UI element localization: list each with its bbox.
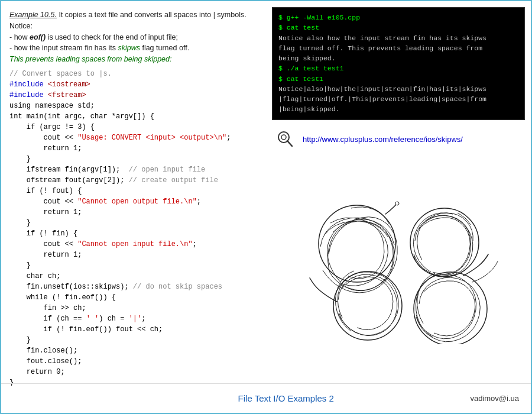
code-line: if (! fout) {	[9, 186, 260, 196]
reference-link[interactable]: http://www.cplusplus.com/reference/ios/s…	[303, 135, 463, 144]
right-panel: $ g++ -Wall e105.cpp $ cat test Notice a…	[266, 1, 531, 386]
footer-title: File Text I/O Examples 2	[102, 393, 470, 403]
line2: - how the input stream fin has its skipw…	[9, 44, 189, 52]
example-label: Example 10.5.	[9, 11, 57, 19]
code-line: fin.close();	[9, 345, 260, 356]
code-line: }	[9, 154, 260, 164]
left-panel: Example 10.5. It copies a text file and …	[1, 1, 266, 386]
line3: This prevents leading spaces from being …	[9, 55, 171, 63]
code-line: if (! fin.eof()) fout << ch;	[9, 324, 260, 335]
code-line: #include <fstream>	[9, 90, 260, 101]
code-line: int main(int argc, char *argv[]) {	[9, 111, 260, 122]
code-line: return 1;	[9, 207, 260, 218]
code-line: cout << "Cannot open input file.\n";	[9, 239, 260, 250]
terminal-line: $ cat test	[278, 22, 518, 33]
code-line: cout << "Usage: CONVERT <input> <output>…	[9, 132, 260, 143]
terminal-line: |flag|turned|off.|This|prevents|leading|…	[278, 94, 518, 104]
yarn-image-area	[272, 156, 525, 380]
code-line: cout << "Cannot open output file.\n";	[9, 196, 260, 207]
svg-line-2	[287, 141, 292, 146]
terminal-line: |being|skipped.	[278, 104, 518, 114]
code-line: return 1;	[9, 250, 260, 260]
code-line: if (ch == ' ') ch = '|';	[9, 313, 260, 324]
code-line: if (! fin) {	[9, 228, 260, 239]
svg-point-1	[281, 135, 286, 140]
footer: File Text I/O Examples 2 vadimov@i.ua	[1, 383, 531, 413]
code-block: // Convert spaces to |s. #include <iostr…	[9, 69, 260, 386]
code-line: return 1;	[9, 143, 260, 154]
code-line: ofstream fout(argv[2]); // create output…	[9, 175, 260, 186]
code-line: return 0;	[9, 367, 260, 377]
code-line: fin.unsetf(ios::skipws); // do not skip …	[9, 282, 260, 292]
line1: - how eof() is used to check for the end…	[9, 33, 178, 41]
code-line: if (argc != 3) {	[9, 122, 260, 132]
terminal-line: $ g++ -Wall e105.cpp	[278, 12, 518, 22]
code-line: while (! fin.eof()) {	[9, 292, 260, 303]
terminal-line: Notice|also|how|the|input|stream|fin|has…	[278, 84, 518, 94]
code-line: fout.close();	[9, 356, 260, 367]
code-line: char ch;	[9, 271, 260, 282]
yarn-ball-bottom-right	[414, 254, 498, 344]
link-row: http://www.cplusplus.com/reference/ios/s…	[272, 128, 525, 151]
terminal-line: $ ./a test test1	[278, 63, 518, 73]
yarn-ball-top-right	[410, 208, 479, 277]
code-line: using namespace std;	[9, 101, 260, 111]
code-line: fin >> ch;	[9, 303, 260, 313]
svg-point-5	[410, 208, 479, 277]
code-line: #include <iostream>	[9, 79, 260, 90]
yarn-ball-top-left	[319, 202, 399, 293]
code-line: }	[9, 260, 260, 271]
description: Example 10.5. It copies a text file and …	[9, 9, 260, 65]
terminal-line: flag turned off. This prevents leading s…	[278, 43, 518, 53]
yarn-ball-bottom-left	[310, 271, 402, 340]
code-line: }	[9, 218, 260, 228]
terminal-box: $ g++ -Wall e105.cpp $ cat test Notice a…	[272, 7, 525, 120]
code-line: }	[9, 335, 260, 345]
svg-point-4	[395, 202, 399, 205]
search-icon	[274, 128, 297, 151]
code-line: // Convert spaces to |s.	[9, 69, 260, 79]
code-line: ifstream fin(argv[1]); // open input fil…	[9, 164, 260, 175]
footer-email: vadimov@i.ua	[470, 394, 519, 403]
terminal-line: Notice also how the input stream fin has…	[278, 33, 518, 43]
terminal-line: being skipped.	[278, 53, 518, 63]
terminal-line: $ cat test1	[278, 74, 518, 84]
